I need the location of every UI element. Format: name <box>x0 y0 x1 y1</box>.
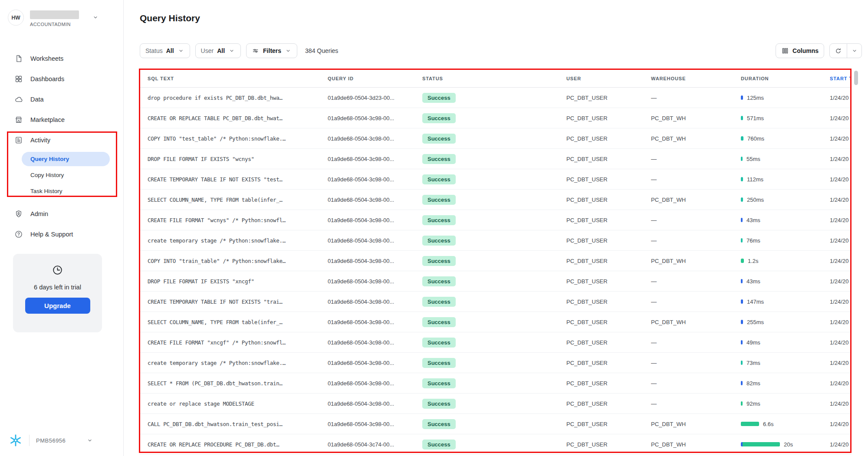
cell-duration: 250ms <box>738 197 827 203</box>
duration-bar <box>741 361 743 365</box>
status-badge: Success <box>422 195 456 205</box>
table-row[interactable]: SELECT COLUMN_NAME, TYPE FROM table(infe… <box>140 190 852 210</box>
chevron-down-icon[interactable] <box>86 437 93 444</box>
sidebar-item-query-history[interactable]: Query History <box>22 152 110 166</box>
cell-status: Success <box>414 134 562 144</box>
sidebar-item-data[interactable]: Data <box>0 89 123 109</box>
chevron-down-icon <box>228 47 235 54</box>
status-badge: Success <box>422 113 456 123</box>
cell-status: Success <box>414 338 562 348</box>
cell-warehouse: — <box>647 156 738 162</box>
status-filter-label: Status <box>145 47 163 54</box>
cell-duration: 255ms <box>738 319 827 325</box>
cell-query-id: 01a9de68-0504-3c98-00... <box>321 237 414 244</box>
table-row[interactable]: CALL PC_DBT_DB.dbt_hwatson.train_test_po… <box>140 414 852 434</box>
cell-duration: 20s <box>738 441 827 448</box>
duration-bar <box>741 442 780 446</box>
account-switcher[interactable]: HW ACCOUNTADMIN <box>8 10 116 27</box>
table-row[interactable]: drop procedure if exists PC_DBT_DB.dbt_h… <box>140 88 852 108</box>
cell-status: Success <box>414 317 562 327</box>
cell-status: Success <box>414 297 562 307</box>
chevron-down-icon[interactable] <box>92 14 99 21</box>
table-row[interactable]: create temporary stage /* Python:snowfla… <box>140 353 852 373</box>
account-code[interactable]: PMB56956 <box>36 437 66 444</box>
table-row[interactable]: create or replace stage MODELSTAGE 01a9d… <box>140 394 852 414</box>
column-header-query-id[interactable]: QUERY ID <box>321 76 414 81</box>
cell-duration: 73ms <box>738 360 827 366</box>
sidebar-item-help-support[interactable]: Help & Support <box>0 224 123 244</box>
cell-user: PC_DBT_USER <box>562 421 647 427</box>
sidebar-item-admin[interactable]: Admin <box>0 203 123 224</box>
cell-warehouse: — <box>647 176 738 183</box>
user-filter-value: All <box>217 47 225 54</box>
chevron-down-icon <box>178 47 184 54</box>
table-row[interactable]: CREATE OR REPLACE TABLE PC_DBT_DB.dbt_hw… <box>140 108 852 128</box>
table-row[interactable]: DROP FILE FORMAT IF EXISTS "wcnys" 01a9d… <box>140 149 852 169</box>
cell-duration: 82ms <box>738 380 827 387</box>
cell-warehouse: — <box>647 299 738 305</box>
sidebar-item-dashboards[interactable]: Dashboards <box>0 69 123 89</box>
cell-query-id: 01a9de68-0504-3c98-00... <box>321 217 414 223</box>
table-row[interactable]: create temporary stage /* Python:snowfla… <box>140 230 852 251</box>
table-row[interactable]: SELECT * FROM (PC_DBT_DB.dbt_hwatson.tra… <box>140 373 852 394</box>
cell-status: Success <box>414 256 562 266</box>
account-text: ACCOUNTADMIN <box>30 10 79 27</box>
cell-start-time: 1/24/20 <box>827 197 852 203</box>
cell-sql-text: CREATE FILE FORMAT "wcnys" /* Python:sno… <box>140 217 321 223</box>
table-row[interactable]: CREATE TEMPORARY TABLE IF NOT EXISTS "te… <box>140 169 852 190</box>
refresh-options-button[interactable] <box>847 44 861 58</box>
duration-bar <box>741 401 743 406</box>
column-header-warehouse[interactable]: WAREHOUSE <box>647 76 738 81</box>
table-scrollbar[interactable] <box>854 71 858 85</box>
filters-button[interactable]: Filters <box>246 43 297 58</box>
status-badge: Success <box>422 378 456 388</box>
cell-query-id: 01a9de68-0504-3c74-00... <box>321 441 414 448</box>
columns-button[interactable]: Columns <box>776 43 824 58</box>
column-header-sql-text[interactable]: SQL TEXT <box>140 76 321 81</box>
status-filter[interactable]: Status All <box>140 43 190 58</box>
column-header-status[interactable]: STATUS <box>414 76 562 81</box>
table-row[interactable]: CREATE FILE FORMAT "wcnys" /* Python:sno… <box>140 210 852 230</box>
cell-user: PC_DBT_USER <box>562 95 647 101</box>
sidebar-item-marketplace[interactable]: Marketplace <box>0 109 123 130</box>
cell-duration: 571ms <box>738 115 827 121</box>
cell-user: PC_DBT_USER <box>562 176 647 183</box>
table-row[interactable]: SELECT COLUMN_NAME, TYPE FROM table(infe… <box>140 312 852 332</box>
sidebar-item-worksheets[interactable]: Worksheets <box>0 48 123 69</box>
cell-start-time: 1/24/20 <box>827 380 852 387</box>
sidebar-item-copy-history[interactable]: Copy History <box>22 168 110 182</box>
cell-user: PC_DBT_USER <box>562 217 647 223</box>
sidebar-item-activity[interactable]: Activity <box>0 130 123 150</box>
upgrade-button[interactable]: Upgrade <box>25 298 90 314</box>
refresh-button[interactable] <box>830 44 847 58</box>
table-row[interactable]: COPY INTO "test_table" /* Python:snowfla… <box>140 128 852 149</box>
cell-warehouse: — <box>647 339 738 346</box>
cell-duration: 43ms <box>738 217 827 223</box>
cell-sql-text: CREATE FILE FORMAT "xncgf" /* Python:sno… <box>140 339 321 346</box>
cell-query-id: 01a9de68-0504-3c98-00... <box>321 400 414 407</box>
user-filter[interactable]: User All <box>195 43 241 58</box>
table-row[interactable]: COPY INTO "train_table" /* Python:snowfl… <box>140 251 852 271</box>
table-row[interactable]: CREATE TEMPORARY TABLE IF NOT EXISTS "tr… <box>140 292 852 312</box>
duration-bar <box>741 238 743 243</box>
column-header-duration[interactable]: DURATION <box>738 76 827 81</box>
column-header-start-time[interactable]: START TIME <box>827 76 852 81</box>
query-count: 384 Queries <box>305 47 338 54</box>
table-row[interactable]: CREATE OR REPLACE PROCEDURE PC_DBT_DB.db… <box>140 434 852 455</box>
cell-status: Success <box>414 174 562 184</box>
cell-sql-text: drop procedure if exists PC_DBT_DB.dbt_h… <box>140 95 321 101</box>
columns-button-label: Columns <box>792 47 819 54</box>
refresh-split-button <box>829 43 862 58</box>
sidebar-item-task-history[interactable]: Task History <box>22 184 110 198</box>
status-badge: Success <box>422 93 456 103</box>
cell-start-time: 1/24/20 <box>827 278 852 285</box>
cell-query-id: 01a9de68-0504-3c98-00... <box>321 299 414 305</box>
sidebar-item-label: Activity <box>30 137 50 144</box>
column-header-user[interactable]: USER <box>562 76 647 81</box>
cell-duration: 76ms <box>738 237 827 244</box>
cell-warehouse: PC_DBT_WH <box>647 319 738 325</box>
cell-warehouse: — <box>647 217 738 223</box>
cell-warehouse: PC_DBT_WH <box>647 258 738 264</box>
table-row[interactable]: CREATE FILE FORMAT "xncgf" /* Python:sno… <box>140 332 852 353</box>
table-row[interactable]: DROP FILE FORMAT IF EXISTS "xncgf" 01a9d… <box>140 271 852 292</box>
